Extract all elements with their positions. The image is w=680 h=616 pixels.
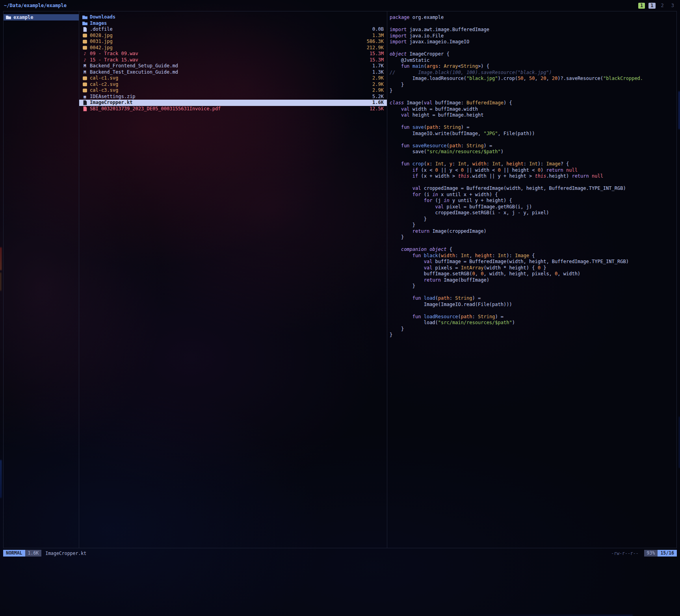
file-row[interactable]: .dotfile0.0B	[79, 26, 387, 33]
code-line	[390, 289, 676, 296]
code-line: import javax.imageio.ImageIO	[390, 39, 676, 45]
file-permissions: -rw-r--r--	[611, 551, 638, 556]
code-line: Image.loadResource("black.jpg").crop(50,…	[390, 76, 676, 82]
file-icon	[82, 27, 87, 32]
file-name: 15 - Track 15.wav	[90, 57, 138, 63]
code-preview-pane: package org.exampleimport java.awt.image…	[387, 11, 676, 548]
code-line: }	[390, 332, 676, 338]
file-row[interactable]: MBackend_Frontend_Setup_Guide.md1.7K	[79, 63, 387, 69]
code-line	[390, 21, 676, 27]
code-line: for (j in y until y + height) {	[390, 198, 676, 204]
file-name: ImageCropper.kt	[90, 100, 132, 106]
file-row[interactable]: Images	[79, 20, 387, 27]
file-row[interactable]: Downloads	[79, 14, 387, 20]
code-line: return Image(buffImage)	[390, 277, 676, 284]
file-size: 1.3M	[368, 33, 384, 39]
code-line	[390, 94, 676, 100]
code-line: }	[390, 326, 676, 332]
file-size: 1.6K	[368, 100, 384, 106]
code-line: }	[390, 234, 676, 241]
file-size: 12.5K	[365, 106, 384, 112]
image-icon	[82, 82, 87, 87]
file-name: IDEAsettings.zip	[90, 94, 136, 100]
file-name: cal-c2.svg	[90, 82, 118, 88]
code-line: import java.awt.image.BufferedImage	[390, 27, 676, 33]
code-line: fun saveResource(path: String) =	[390, 143, 676, 149]
file-row[interactable]: ImageCropper.kt1.6K	[79, 100, 387, 106]
code-line: val pixels = IntArray(width * height) { …	[390, 265, 676, 271]
file-name: .dotfile	[90, 26, 113, 33]
code-line: fun main(args: Array<String>) {	[390, 63, 676, 70]
code-line: }	[390, 82, 676, 88]
image-icon	[82, 39, 87, 44]
folder-icon	[6, 15, 11, 20]
code-line: val pixel = buffImage.getRGB(i, j)	[390, 204, 676, 210]
file-name: Backend_Frontend_Setup_Guide.md	[90, 63, 178, 69]
file-row[interactable]: cal-c1.svg2.9K	[79, 75, 387, 82]
code-line: }	[390, 283, 676, 289]
file-size: 15.3M	[365, 57, 384, 63]
status-filename: ImageCropper.kt	[45, 551, 86, 556]
code-line: val buffImage = BufferedImage(width, hei…	[390, 259, 676, 265]
status-bar: NORMAL 1.6K ImageCropper.kt -rw-r--r-- 9…	[3, 550, 677, 557]
code-line	[390, 308, 676, 314]
scroll-percent-badge: 93%	[644, 550, 658, 557]
file-name: 0042.jpg	[90, 45, 113, 51]
file-row[interactable]: MBackend_Test_Execution_Guide.md1.3K	[79, 69, 387, 76]
file-size: 0.0B	[368, 26, 384, 33]
file-name: 0028.jpg	[90, 33, 113, 39]
yazi-file-manager-window: ~/Data/example/example 1123 example Down…	[0, 0, 680, 616]
code-line: package org.example	[390, 15, 676, 21]
cursor-position-badge: 15/16	[658, 550, 677, 557]
header-bar: ~/Data/example/example 1123	[4, 2, 676, 9]
tab-4[interactable]: 3	[669, 3, 676, 9]
file-row[interactable]: SBI_0032013739_2023_DE05_0003155631Invoi…	[79, 106, 387, 112]
code-line: object ImageCropper {	[390, 51, 676, 58]
code-line: import java.io.File	[390, 33, 676, 39]
kotlin-icon	[82, 100, 87, 105]
audio-icon: ♪	[82, 58, 87, 63]
code-line: fun loadResource(path: String) =	[390, 314, 676, 320]
pdf-icon	[82, 106, 87, 111]
panes-container: example DownloadsImages.dotfile0.0B0028.…	[3, 11, 677, 548]
audio-icon: ♪	[82, 51, 87, 56]
code-line: val croppedImage = BufferedImage(width, …	[390, 186, 676, 192]
tab-bar: 1123	[638, 3, 676, 9]
parent-dir-item[interactable]: example	[4, 14, 79, 20]
markdown-icon: M	[82, 63, 87, 69]
file-name: SBI_0032013739_2023_DE05_0003155631Invoi…	[90, 106, 221, 112]
tab-1[interactable]: 1	[638, 3, 645, 9]
image-icon	[82, 76, 87, 81]
code-line	[390, 137, 676, 143]
code-line: buffImage.setRGB(0, 0, width, height, pi…	[390, 271, 676, 277]
code-line: }	[390, 88, 676, 94]
file-size: 2.9K	[368, 82, 384, 88]
code-line	[390, 45, 676, 52]
status-right-group: -rw-r--r-- 93% 15/16	[611, 550, 677, 557]
file-row[interactable]: ♪15 - Track 15.wav15.3M	[79, 57, 387, 63]
file-name: Images	[90, 20, 107, 27]
tab-3[interactable]: 2	[659, 3, 666, 9]
code-line	[390, 241, 676, 247]
file-row[interactable]: 0031.jpg586.3K	[79, 39, 387, 45]
file-row[interactable]: ▦IDEAsettings.zip5.2K	[79, 94, 387, 100]
image-icon	[82, 33, 87, 38]
code-line: save("src/main/resources/$path")	[390, 149, 676, 155]
file-list-pane: DownloadsImages.dotfile0.0B0028.jpg1.3M0…	[79, 11, 387, 548]
file-name: cal-c1.svg	[90, 75, 118, 82]
code-line: croppedImage.setRGB(i - x, j - y, pixel)	[390, 210, 676, 216]
code-line: load("src/main/resources/$path")	[390, 320, 676, 326]
code-line: class Image(val buffImage: BufferedImage…	[390, 100, 676, 106]
code-line: fun load(path: String) =	[390, 295, 676, 302]
file-row[interactable]: ♪09 - Track 09.wav15.3M	[79, 51, 387, 57]
code-line: fun save(path: String) =	[390, 124, 676, 131]
file-row[interactable]: 0028.jpg1.3M	[79, 33, 387, 39]
file-row[interactable]: cal-c3.svg2.9K	[79, 87, 387, 94]
file-size: 2.9K	[368, 75, 384, 82]
code-line	[390, 180, 676, 186]
file-row[interactable]: 0042.jpg212.9K	[79, 45, 387, 51]
code-line	[390, 155, 676, 161]
file-size: 1.3K	[368, 69, 384, 76]
tab-2[interactable]: 1	[648, 3, 655, 9]
file-row[interactable]: cal-c2.svg2.9K	[79, 82, 387, 88]
